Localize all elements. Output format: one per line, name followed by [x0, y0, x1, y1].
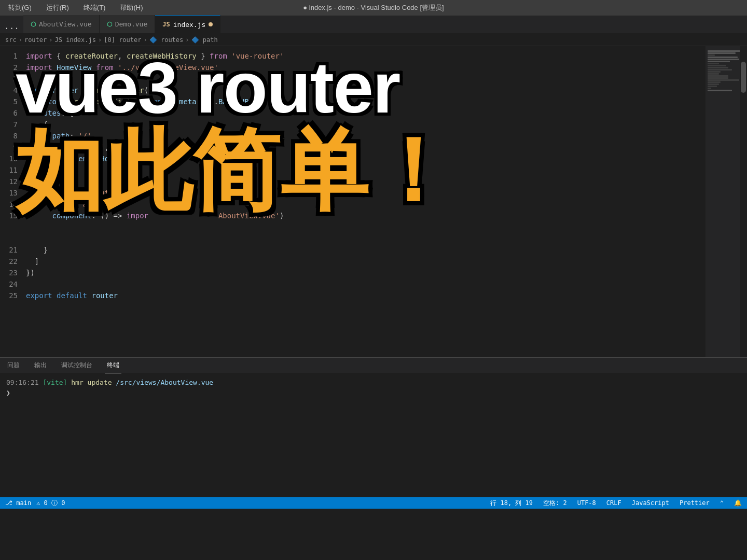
status-bar: ⎇ main ⚠ 0 ⓘ 0 行 18, 列 19 空格: 2 UTF-8 CR…	[0, 497, 747, 509]
status-formatter[interactable]: Prettier	[680, 499, 710, 507]
window-title: ● index.js - demo - Visual Studio Code […	[303, 3, 444, 12]
bc-routes[interactable]: 🔷 routes	[149, 36, 184, 44]
menu-goto[interactable]: 转到(G)	[5, 3, 35, 12]
notification-icon[interactable]: 🔔	[734, 499, 742, 507]
file-path: /src/views/AboutView.vue	[116, 379, 213, 386]
bc-src[interactable]: src	[5, 36, 17, 44]
tab-label: AboutView.vue	[39, 20, 92, 28]
tab-label: Demo.vue	[115, 20, 148, 28]
status-position: 行 18, 列 19	[490, 499, 533, 508]
panel-tab-debug[interactable]: 调试控制台	[59, 358, 94, 373]
tab-indexjs[interactable]: JS index.js	[155, 15, 220, 33]
editor-area: 12345 678910 1112131415 2122232425 impor…	[0, 46, 747, 357]
status-left: ⎇ main ⚠ 0 ⓘ 0	[5, 499, 480, 508]
status-language[interactable]: JavaScript	[632, 499, 669, 507]
chevron-icon[interactable]: ⌃	[720, 499, 724, 507]
git-branch[interactable]: ⎇ main	[5, 499, 31, 507]
tab-bar: ··· ⬡ AboutView.vue ⬡ Demo.vue JS index.…	[0, 16, 747, 34]
scrollbar-thumb[interactable]	[741, 62, 746, 93]
error-count: ⚠ 0 ⓘ 0	[36, 499, 65, 508]
terminal-prompt: ❯	[6, 388, 741, 398]
title-bar: 转到(G) 运行(R) 终端(T) 帮助(H) ● index.js - dem…	[0, 0, 747, 16]
terminal-content[interactable]: 09:16:21 [vite] hmr update /src/views/Ab…	[0, 373, 747, 402]
bc-file[interactable]: JS index.js	[55, 36, 96, 44]
bc-path[interactable]: 🔷 path	[191, 36, 218, 44]
status-spaces: 空格: 2	[543, 499, 567, 508]
js-icon: JS	[162, 21, 170, 28]
status-eol: CRLF	[606, 499, 621, 507]
tab-demo[interactable]: ⬡ Demo.vue	[100, 15, 156, 33]
panel-tab-problems[interactable]: 问题	[5, 358, 22, 373]
action-label: hmr update	[71, 379, 112, 386]
terminal-line-1: 09:16:21 [vite] hmr update /src/views/Ab…	[6, 377, 741, 388]
panel: 问题 输出 调试控制台 终端 09:16:21 [vite] hmr updat…	[0, 357, 747, 497]
panel-tab-bar: 问题 输出 调试控制台 终端	[0, 358, 747, 373]
vue-icon: ⬡	[107, 21, 112, 28]
bc-router-obj[interactable]: [0] router	[104, 36, 141, 44]
modified-dot	[209, 22, 213, 26]
tab-label: index.js	[173, 21, 206, 29]
vue-icon: ⬡	[31, 21, 36, 28]
bc-router[interactable]: router	[24, 36, 47, 44]
prompt-symbol: ❯	[6, 389, 10, 397]
code-editor[interactable]: import { createRouter, createWebHistory …	[26, 46, 706, 357]
panel-tab-terminal[interactable]: 终端	[105, 358, 121, 373]
tab-overflow[interactable]: ···	[0, 23, 23, 33]
menu-run[interactable]: 运行(R)	[43, 3, 72, 12]
panel-tab-output[interactable]: 输出	[32, 358, 49, 373]
scrollbar[interactable]	[740, 46, 747, 357]
status-encoding: UTF-8	[577, 499, 596, 507]
menu-bar[interactable]: 转到(G) 运行(R) 终端(T) 帮助(H)	[5, 3, 146, 12]
vite-label: [vite]	[43, 379, 67, 386]
menu-terminal[interactable]: 终端(T)	[80, 3, 109, 12]
tab-aboutview[interactable]: ⬡ AboutView.vue	[23, 15, 100, 33]
timestamp: 09:16:21	[6, 379, 39, 386]
line-numbers: 12345 678910 1112131415 2122232425	[0, 46, 26, 357]
breadcrumb: src › router › JS index.js › [0] router …	[0, 34, 747, 46]
menu-help[interactable]: 帮助(H)	[117, 3, 146, 12]
